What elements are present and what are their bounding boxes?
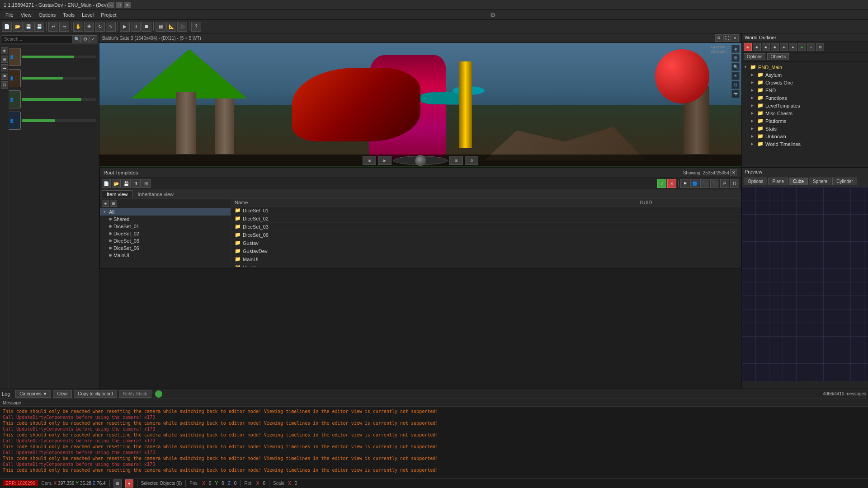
- tree-root-item[interactable]: ▼ 📁 END_Main: [742, 63, 868, 71]
- rt-tool-4[interactable]: ⬆: [132, 179, 141, 188]
- rt-tree-shared[interactable]: Shared: [100, 216, 231, 223]
- vp-btn-4[interactable]: ⚙: [465, 156, 478, 165]
- rt-tool-5[interactable]: ⊞: [142, 179, 151, 188]
- vp-tool-f[interactable]: 📷: [731, 90, 740, 98]
- tree-item-misc[interactable]: ▶ 📁 Misc Chests: [742, 109, 868, 117]
- preview-tab-plane[interactable]: Plane: [768, 178, 788, 185]
- vp-btn-3[interactable]: ⊞: [449, 156, 463, 165]
- outliner-btn-7[interactable]: ●: [798, 43, 806, 51]
- preview-tab-cube[interactable]: Cube: [789, 178, 808, 185]
- rt-tree-diceset03[interactable]: DiceSet_03: [100, 237, 231, 244]
- viewport-expand[interactable]: ⛶: [723, 34, 731, 42]
- toolbar-pause[interactable]: ⏸: [131, 22, 141, 32]
- preview-tab-cylinder[interactable]: Cylinder: [832, 178, 857, 185]
- outliner-options-btn[interactable]: Options: [744, 53, 765, 60]
- rt-row-diceset01[interactable]: 📁 DiceSet_01: [231, 206, 741, 215]
- rt-red-btn[interactable]: ✕: [667, 179, 676, 188]
- menu-view[interactable]: View: [17, 11, 35, 19]
- toolbar-help[interactable]: ?: [191, 22, 201, 32]
- tree-item-asylum[interactable]: ▶ 📁 Asylum: [742, 71, 868, 79]
- rt-close-btn[interactable]: ✕: [730, 169, 737, 176]
- rt-tree-all[interactable]: ▼ All: [100, 208, 231, 216]
- toolbar-save2[interactable]: 💾: [34, 22, 44, 32]
- search-button[interactable]: 🔍: [73, 35, 81, 43]
- categories-button[interactable]: Categories ▼: [15, 390, 51, 398]
- rt-tool-8[interactable]: ⬛: [700, 179, 709, 188]
- outliner-btn-4[interactable]: ■: [771, 43, 779, 51]
- menu-project[interactable]: Project: [97, 11, 120, 19]
- vp-btn-2[interactable]: ▶: [378, 156, 392, 165]
- viewport-close[interactable]: ✕: [731, 34, 739, 42]
- clear-button[interactable]: Clear: [53, 390, 72, 398]
- toolbar-open[interactable]: 📂: [13, 22, 23, 32]
- checkmark-button[interactable]: ✓: [89, 35, 97, 43]
- outliner-btn-3[interactable]: ■: [762, 43, 770, 51]
- tree-item-crowds[interactable]: ▶ 📁 Crowds One: [742, 79, 868, 86]
- rt-tool-11[interactable]: D: [730, 179, 739, 188]
- tree-item-platforms[interactable]: ▶ 📁 Platforms: [742, 117, 868, 125]
- rt-tool-1[interactable]: 📄: [102, 179, 111, 188]
- maximize-button[interactable]: □: [116, 2, 123, 8]
- tab-inheritance-view[interactable]: Inheritance view: [132, 190, 179, 198]
- rt-tree-tool-1[interactable]: ◈: [102, 200, 109, 207]
- outliner-btn-6[interactable]: ●: [789, 43, 797, 51]
- left-tool-2[interactable]: ⊞: [1, 56, 8, 63]
- viewport-settings[interactable]: ⚙: [715, 34, 722, 42]
- tree-item-worldtimelines[interactable]: ▶ 📁 World Timelines: [742, 140, 868, 148]
- toolbar-scale[interactable]: ⤡: [106, 22, 116, 32]
- left-tool-1[interactable]: ◈: [1, 47, 8, 54]
- left-tool-3[interactable]: ☁: [1, 64, 8, 71]
- vp-tool-e[interactable]: ⊡: [731, 81, 740, 89]
- preview-tab-options[interactable]: Options: [744, 178, 767, 185]
- outliner-btn-8[interactable]: +: [807, 43, 815, 51]
- tree-item-stats[interactable]: ▶ 📁 Stats: [742, 125, 868, 132]
- vp-tool-a[interactable]: ◈: [731, 45, 740, 53]
- toolbar-stop[interactable]: ⏹: [142, 22, 151, 32]
- rt-row-mainui[interactable]: 📁 MainUI: [231, 255, 741, 263]
- rt-tree-diceset02[interactable]: DiceSet_02: [100, 230, 231, 237]
- outliner-btn-9[interactable]: ⚙: [816, 43, 824, 51]
- outliner-btn-1[interactable]: ■: [744, 43, 752, 51]
- toolbar-grid[interactable]: ▦: [156, 22, 165, 32]
- rt-row-gustav[interactable]: 📁 Gustav: [231, 239, 741, 247]
- tree-item-unknown[interactable]: ▶ 📁 Unknown: [742, 132, 868, 140]
- status-record-btn[interactable]: ●: [125, 479, 133, 488]
- toolbar-move[interactable]: ✙: [84, 22, 94, 32]
- vp-tool-c[interactable]: 🔍: [731, 63, 740, 71]
- outliner-btn-2[interactable]: ■: [753, 43, 761, 51]
- rt-row-diceset02[interactable]: 📁 DiceSet_02: [231, 215, 741, 223]
- rt-tool-7[interactable]: 🔵: [690, 179, 699, 188]
- menu-options[interactable]: Options: [35, 11, 59, 19]
- vp-btn-1[interactable]: ◉: [363, 156, 376, 165]
- rt-tool-9[interactable]: ⬛: [710, 179, 719, 188]
- rt-tool-2[interactable]: 📂: [112, 179, 121, 188]
- menu-tools[interactable]: Tools: [59, 11, 78, 19]
- rt-green-btn[interactable]: ✓: [657, 179, 666, 188]
- toolbar-snap[interactable]: 📐: [166, 22, 176, 32]
- notify-stack-button[interactable]: Notify Stack: [119, 390, 151, 398]
- settings-button[interactable]: ⚙: [81, 35, 89, 43]
- toolbar-save[interactable]: 💾: [24, 22, 33, 32]
- outliner-btn-5[interactable]: ●: [780, 43, 788, 51]
- menu-file[interactable]: File: [2, 11, 17, 19]
- tree-item-end[interactable]: ▶ 📁 END: [742, 86, 868, 94]
- menu-level[interactable]: Level: [78, 11, 97, 19]
- rt-tool-10[interactable]: P: [720, 179, 729, 188]
- log-messages[interactable]: This code should only be reached when re…: [0, 407, 868, 473]
- rt-tool-6[interactable]: ⚑: [680, 179, 689, 188]
- toolbar-redo[interactable]: ↪: [59, 22, 69, 32]
- rt-tree-diceset06[interactable]: DiceSet_06: [100, 244, 231, 252]
- rt-row-gustavdev[interactable]: 📁 GustavDev: [231, 247, 741, 255]
- vp-tool-d[interactable]: ☀: [731, 72, 740, 80]
- tab-item-view[interactable]: Item view: [102, 190, 132, 198]
- rt-tree-diceset01[interactable]: DiceSet_01: [100, 223, 231, 230]
- outliner-objects-btn[interactable]: Objects: [767, 53, 789, 60]
- tree-item-functions[interactable]: ▶ 📁 Functions: [742, 94, 868, 102]
- toolbar-select[interactable]: ✋: [73, 22, 83, 32]
- vp-joystick[interactable]: [393, 156, 448, 165]
- toolbar-new[interactable]: 📄: [2, 22, 12, 32]
- rt-row-modbrowser[interactable]: 📁 ModBrowser: [231, 263, 741, 267]
- rt-row-diceset03[interactable]: 📁 DiceSet_03: [231, 223, 741, 231]
- rt-tree-tool-2[interactable]: ⊞: [110, 200, 117, 207]
- rt-tree-mainui[interactable]: MainUI: [100, 252, 231, 259]
